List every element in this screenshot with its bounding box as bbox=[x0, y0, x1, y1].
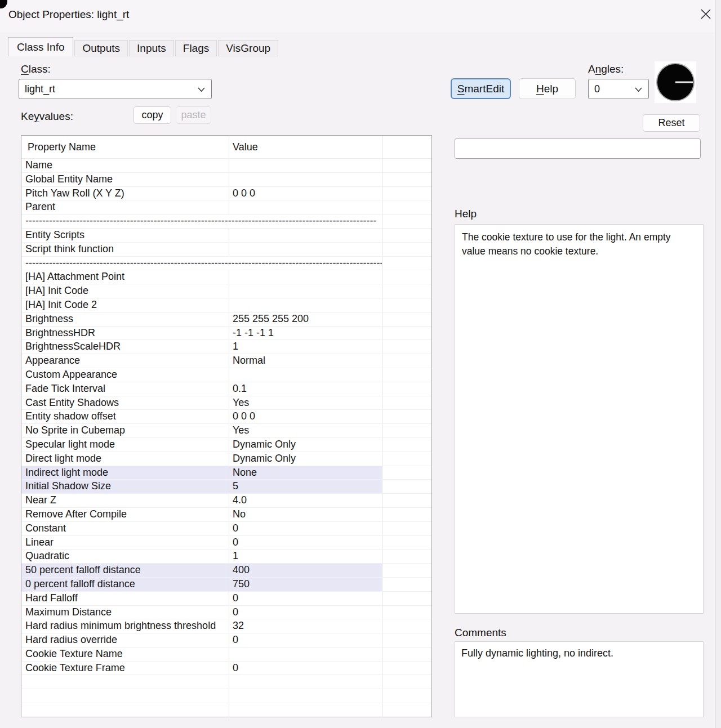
property-value-cell: 1 bbox=[229, 550, 382, 563]
table-row[interactable]: [HA] Init Code 2 bbox=[21, 298, 431, 312]
reset-button[interactable]: Reset bbox=[643, 114, 700, 132]
table-row[interactable]: Indirect light modeNone bbox=[21, 466, 431, 480]
table-row[interactable]: Linear0 bbox=[21, 536, 431, 550]
tab-visgroup[interactable]: VisGroup bbox=[218, 40, 278, 56]
property-name-cell: Hard Falloff bbox=[21, 592, 229, 605]
table-row[interactable]: Name bbox=[21, 159, 431, 173]
row-extra-cell bbox=[382, 633, 431, 647]
row-extra-cell bbox=[382, 312, 431, 326]
table-row[interactable]: Fade Tick Interval0.1 bbox=[21, 382, 431, 396]
row-extra-cell bbox=[382, 606, 431, 619]
copy-button[interactable]: copy bbox=[133, 106, 171, 124]
table-row[interactable]: Remove After CompileNo bbox=[21, 508, 431, 522]
angle-indicator[interactable] bbox=[655, 61, 696, 103]
property-name-cell: Hard radius minimum brightness threshold bbox=[21, 619, 229, 633]
table-row[interactable]: Global Entity Name bbox=[21, 173, 431, 187]
row-extra-cell bbox=[382, 564, 431, 577]
angles-combobox[interactable]: 0 bbox=[588, 79, 649, 99]
property-name-cell: No Sprite in Cubemap bbox=[21, 424, 229, 437]
table-row[interactable]: Direct light modeDynamic Only bbox=[21, 452, 431, 466]
table-row[interactable]: 50 percent falloff distance400 bbox=[21, 564, 431, 578]
table-row[interactable]: [HA] Attachment Point bbox=[21, 270, 431, 284]
property-value-cell: 0 0 0 bbox=[229, 410, 382, 423]
property-value-cell bbox=[229, 298, 382, 312]
row-extra-cell bbox=[382, 187, 431, 200]
property-name-cell: Constant bbox=[21, 522, 229, 535]
paste-button: paste bbox=[176, 106, 211, 124]
table-row[interactable]: Entity Scripts bbox=[21, 229, 431, 243]
separator-dashes: ----------------------------------------… bbox=[21, 257, 382, 270]
table-row[interactable]: Cast Entity ShadowsYes bbox=[21, 396, 431, 410]
property-value-cell: 0 bbox=[229, 633, 382, 647]
tab-flags[interactable]: Flags bbox=[175, 40, 217, 56]
table-row[interactable]: Hard radius override0 bbox=[21, 633, 431, 647]
table-row[interactable] bbox=[21, 675, 431, 689]
table-row[interactable]: Initial Shadow Size5 bbox=[21, 480, 431, 494]
property-value-cell: 0 0 0 bbox=[229, 187, 382, 200]
angles-combobox-value: 0 bbox=[594, 83, 600, 95]
close-button[interactable] bbox=[697, 7, 714, 24]
row-extra-cell bbox=[382, 229, 431, 242]
table-row[interactable]: Hard radius minimum brightness threshold… bbox=[21, 619, 431, 633]
value-edit-field[interactable] bbox=[455, 139, 701, 159]
property-value-cell: 0 bbox=[229, 592, 382, 605]
help-panel: The cookie texture to use for the light.… bbox=[455, 224, 704, 614]
table-row[interactable]: Quadratic1 bbox=[21, 550, 431, 564]
table-row[interactable]: [HA] Init Code bbox=[21, 284, 431, 298]
table-row[interactable]: Near Z4.0 bbox=[21, 494, 431, 508]
table-row[interactable]: Parent bbox=[21, 200, 431, 215]
table-row[interactable]: Hard Falloff0 bbox=[21, 592, 431, 606]
property-name-cell: Specular light mode bbox=[21, 438, 229, 452]
smartedit-button[interactable]: SmartEdit bbox=[451, 78, 511, 99]
header-property-name: Property Name bbox=[21, 136, 229, 158]
angles-label: Angles: bbox=[588, 63, 624, 75]
class-label: Class: bbox=[21, 63, 51, 75]
tab-label: VisGroup bbox=[226, 42, 270, 55]
property-value-cell bbox=[229, 243, 382, 256]
row-extra-cell bbox=[382, 424, 431, 437]
table-row[interactable]: BrightnessScaleHDR1 bbox=[21, 340, 431, 354]
table-row[interactable]: Brightness255 255 255 200 bbox=[21, 312, 431, 327]
table-row[interactable]: AppearanceNormal bbox=[21, 354, 431, 368]
property-value-cell: 0 bbox=[229, 662, 382, 675]
property-value-cell: 255 255 255 200 bbox=[229, 312, 382, 326]
property-table-body: NameGlobal Entity NamePitch Yaw Roll (X … bbox=[21, 159, 431, 717]
table-row[interactable] bbox=[21, 689, 431, 703]
table-row[interactable]: Cookie Texture Name bbox=[21, 647, 431, 662]
property-value-cell bbox=[229, 159, 382, 172]
property-value-cell bbox=[229, 368, 382, 382]
property-name-cell: Indirect light mode bbox=[21, 466, 229, 480]
row-extra-cell bbox=[382, 410, 431, 423]
comments-box[interactable]: Fully dynamic lighting, no indirect. bbox=[455, 641, 704, 717]
table-row[interactable]: Entity shadow offset0 0 0 bbox=[21, 410, 431, 424]
property-name-cell: Quadratic bbox=[21, 550, 229, 563]
table-row[interactable] bbox=[21, 703, 431, 717]
class-combobox[interactable]: light_rt bbox=[19, 79, 212, 99]
property-value-cell: Normal bbox=[229, 354, 382, 368]
table-row[interactable]: Maximum Distance0 bbox=[21, 606, 431, 620]
property-value-cell bbox=[229, 270, 382, 284]
table-row[interactable]: BrightnessHDR-1 -1 -1 1 bbox=[21, 327, 431, 341]
table-row[interactable]: Cookie Texture Frame0 bbox=[21, 662, 431, 676]
table-row[interactable]: Custom Appearance bbox=[21, 368, 431, 382]
table-row[interactable]: Constant0 bbox=[21, 522, 431, 536]
table-row[interactable]: Script think function bbox=[21, 243, 431, 257]
property-value-cell: 400 bbox=[229, 564, 382, 577]
chevron-down-icon bbox=[197, 83, 206, 95]
row-extra-cell bbox=[382, 675, 431, 689]
tab-outputs[interactable]: Outputs bbox=[74, 40, 128, 56]
table-row[interactable]: Specular light modeDynamic Only bbox=[21, 438, 431, 452]
table-row[interactable]: 0 percent falloff distance750 bbox=[21, 578, 431, 592]
object-properties-dialog: Object Properties: light_rt Class Info O… bbox=[0, 0, 715, 728]
table-separator-row[interactable]: ----------------------------------------… bbox=[21, 215, 431, 229]
property-value-cell: No bbox=[229, 508, 382, 521]
tab-class-info[interactable]: Class Info bbox=[8, 37, 73, 56]
table-row[interactable]: No Sprite in CubemapYes bbox=[21, 424, 431, 438]
row-extra-cell bbox=[382, 173, 431, 186]
copy-button-label: copy bbox=[141, 109, 163, 121]
tab-inputs[interactable]: Inputs bbox=[129, 40, 174, 56]
table-separator-row[interactable]: ----------------------------------------… bbox=[21, 257, 431, 271]
row-extra-cell bbox=[382, 327, 431, 340]
table-row[interactable]: Pitch Yaw Roll (X Y Z)0 0 0 bbox=[21, 187, 431, 201]
help-button[interactable]: Help bbox=[519, 78, 576, 99]
